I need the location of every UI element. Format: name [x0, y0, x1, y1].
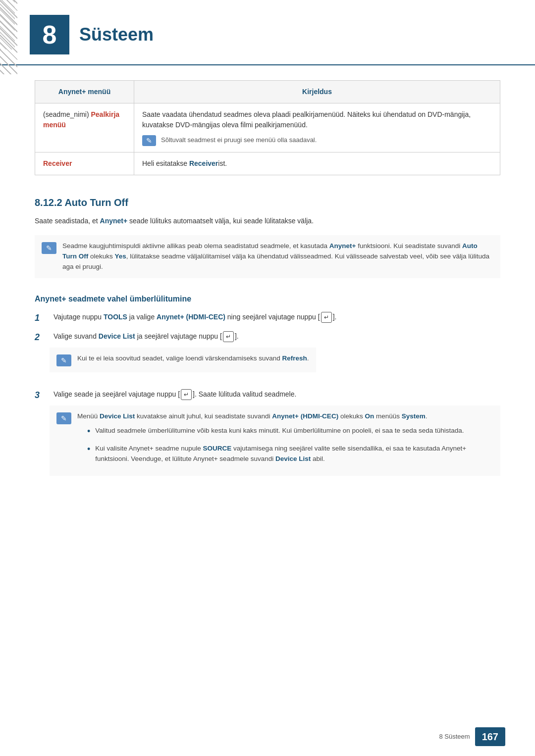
- chapter-header: 8 Süsteem: [0, 0, 535, 65]
- footer-page-number: 167: [475, 727, 505, 746]
- step-text-2: Valige suvand Device List ja seejärel va…: [54, 331, 239, 342]
- desc2-prefix: Heli esitatakse: [142, 159, 189, 167]
- list-item: 3 Valige seade ja seejärel vajutage nupp…: [35, 389, 500, 486]
- note-icon-step2: [56, 354, 71, 366]
- footer: 8 Süsteem 167: [439, 727, 505, 746]
- bullet-text2: Kui valisite Anynet+ seadme nupule SOURC…: [95, 444, 493, 464]
- note-block-step3: Menüü Device List kuvatakse ainult juhul…: [50, 405, 500, 476]
- table-cell-menu1: (seadme_nimi) Pealkirja menüü: [35, 103, 134, 152]
- step-number-3: 3: [35, 389, 50, 402]
- table-row: Receiver Heli esitatakse Receiverist.: [35, 152, 500, 175]
- table-cell-desc2: Heli esitatakse Receiverist.: [134, 152, 500, 175]
- enter-key-icon: ↵: [321, 312, 332, 323]
- section-812-intro: Saate seadistada, et Anynet+ seade lülit…: [35, 216, 500, 226]
- list-item: 1 Vajutage nuppu TOOLS ja valige Anynet+…: [35, 312, 500, 324]
- table-cell-menu2: Receiver: [35, 152, 134, 175]
- bullet-dot2: •: [87, 444, 90, 455]
- table-cell-desc1: Saate vaadata ühendatud seadmes oleva pl…: [134, 103, 500, 152]
- chapter-number: 8: [30, 15, 69, 54]
- note-icon1: [142, 135, 156, 146]
- note-row1: Sõltuvalt seadmest ei pruugi see menüü o…: [142, 135, 492, 146]
- enter-key-icon3: ↵: [181, 389, 192, 400]
- anynet-table: Anynet+ menüü Kirjeldus (seadme_nimi) Pe…: [35, 80, 500, 175]
- note-text-step3: Menüü Device List kuvatakse ainult juhul…: [77, 411, 493, 470]
- note-icon-step3: [56, 412, 71, 424]
- desc1-text: Saate vaadata ühendatud seadmes oleva pl…: [142, 109, 492, 130]
- receiver-label: Receiver: [43, 159, 72, 167]
- footer-chapter-label: 8 Süsteem: [439, 732, 470, 742]
- desc2-bold: Receiver: [189, 159, 218, 167]
- sub-section-heading: Anynet+ seadmete vahel ümberlülitumine: [35, 293, 500, 305]
- bullet-dot1: •: [87, 426, 90, 437]
- chapter-title: Süsteem: [79, 21, 154, 48]
- list-item: 2 Valige suvand Device List ja seejärel …: [35, 331, 500, 382]
- steps-list: 1 Vajutage nuppu TOOLS ja valige Anynet+…: [35, 312, 500, 486]
- bullet-item: • Kui valisite Anynet+ seadme nupule SOU…: [87, 444, 493, 464]
- table-row: (seadme_nimi) Pealkirja menüü Saate vaad…: [35, 103, 500, 152]
- desc2-suffix: ist.: [218, 159, 227, 167]
- note-block-icon1: [42, 242, 56, 254]
- bullet-list: • Valitud seadmele ümberlülitumine võib …: [87, 426, 493, 464]
- note-block-text1: Seadme kaugjuhtimispuldi aktiivne allika…: [62, 241, 493, 272]
- step-text-3: Valige seade ja seejärel vajutage nuppu …: [54, 389, 296, 400]
- bullet-text1: Valitud seadmele ümberlülitumine võib ke…: [95, 426, 493, 436]
- step-number-2: 2: [35, 331, 50, 344]
- table-col2-header: Kirjeldus: [134, 81, 500, 103]
- table-col1-header: Anynet+ menüü: [35, 81, 134, 103]
- note-text1: Sõltuvalt seadmest ei pruugi see menüü o…: [161, 135, 317, 145]
- enter-key-icon2: ↵: [223, 331, 234, 342]
- section-812-heading: 8.12.2 Auto Turn Off: [35, 195, 500, 210]
- step-text-1: Vajutage nuppu TOOLS ja valige Anynet+ (…: [54, 312, 500, 323]
- note-block-step2: Kui te ei leia soovitud seadet, valige l…: [50, 348, 316, 372]
- step-number-1: 1: [35, 312, 50, 324]
- bullet-item: • Valitud seadmele ümberlülitumine võib …: [87, 426, 493, 437]
- main-content: Anynet+ menüü Kirjeldus (seadme_nimi) Pe…: [0, 80, 535, 486]
- note-text-step2: Kui te ei leia soovitud seadet, valige l…: [77, 353, 309, 364]
- note-block-auto-turn-off: Seadme kaugjuhtimispuldi aktiivne allika…: [35, 235, 500, 278]
